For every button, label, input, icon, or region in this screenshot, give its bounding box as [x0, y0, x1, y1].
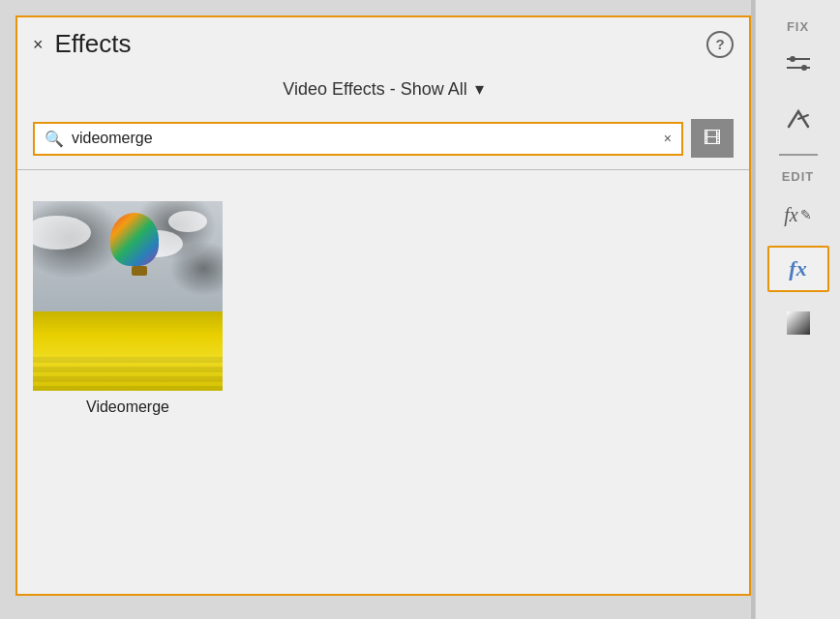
category-dropdown[interactable]: Video Effects - Show All ▾ [283, 78, 483, 100]
fx-minor-icon: fx [784, 204, 797, 226]
gradient-button[interactable] [767, 300, 829, 346]
edit-label: EDIT [782, 169, 815, 184]
svg-point-1 [790, 56, 795, 62]
gradient-icon [785, 310, 812, 337]
fx-pencil-icon: ✎ [800, 207, 812, 222]
panel-header: × Effects ? [17, 17, 749, 71]
fx-active-button[interactable]: fx [767, 246, 829, 292]
close-button[interactable]: × [33, 36, 44, 53]
film-button[interactable]: 🎞 [691, 119, 734, 158]
help-button[interactable]: ? [706, 31, 734, 58]
film-icon: 🎞 [704, 129, 721, 149]
effect-item-videomerge[interactable]: Videomerge [33, 201, 223, 416]
effects-minor-icon [785, 105, 812, 133]
dropdown-row: Video Effects - Show All ▾ [17, 71, 749, 111]
search-container: 🔍 × [33, 122, 683, 156]
panel-title: Effects [55, 29, 132, 59]
search-input[interactable] [72, 130, 656, 147]
search-icon: 🔍 [45, 130, 64, 148]
svg-point-3 [801, 65, 807, 71]
fx-active-icon: fx [789, 256, 806, 281]
effects-panel: × Effects ? Video Effects - Show All ▾ 🔍… [15, 15, 751, 596]
effect-thumbnail [33, 201, 223, 391]
sliders-button[interactable] [767, 42, 829, 88]
sidebar-divider [779, 154, 818, 156]
chevron-down-icon: ▾ [475, 78, 484, 100]
svg-rect-5 [787, 311, 810, 335]
fx-minor-button[interactable]: fx ✎ [767, 192, 829, 238]
search-row: 🔍 × 🎞 [17, 111, 749, 169]
right-sidebar: FIX EDIT fx ✎ fx [755, 0, 840, 619]
dropdown-label: Video Effects - Show All [283, 79, 466, 100]
effects-grid: Videomerge [17, 178, 749, 594]
divider [17, 169, 749, 170]
balloon-decoration [110, 213, 168, 285]
effects-minor-button[interactable] [767, 96, 829, 142]
clear-icon[interactable]: × [664, 131, 672, 146]
effect-label-videomerge: Videomerge [86, 398, 169, 416]
sliders-icon [785, 54, 812, 75]
fix-label: FIX [787, 19, 809, 34]
